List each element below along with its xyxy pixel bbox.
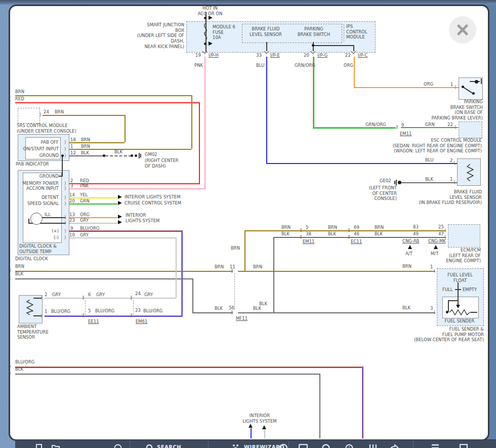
connector-ipc-link[interactable]: I/P-C <box>358 53 367 58</box>
ecm-p49: 49 <box>413 231 419 237</box>
clock-minus-pin: 10 <box>69 232 75 238</box>
wire-blk-row6 <box>15 374 319 375</box>
pbs-pin: 1 <box>450 82 453 88</box>
bfls-wire1: BLK <box>425 177 433 182</box>
float-arrow <box>456 305 460 308</box>
fuel-sender-label: FUEL SENDER <box>441 318 478 324</box>
pin-19: 19 <box>195 53 201 58</box>
connector-em61-link[interactable]: EM61 <box>136 319 148 324</box>
clock-spd-wire: GRN <box>80 198 90 204</box>
pin-arc: ) <box>39 112 40 117</box>
wire-gry-bottom <box>264 430 265 438</box>
mid-blk-left: BLK <box>215 306 223 311</box>
wire-bluorg-v <box>181 230 183 316</box>
mid-brn-left: BRN <box>215 264 224 270</box>
mid-c11: 11 <box>230 264 235 270</box>
wire-blk-ge02 <box>401 182 457 183</box>
inline-connector: )( <box>396 125 397 130</box>
row4-wire: BLK <box>15 271 23 277</box>
sliders-icon[interactable] <box>368 444 377 448</box>
pin-arc: ( <box>454 125 456 130</box>
close-button[interactable] <box>449 16 476 44</box>
pin-arc: ) <box>64 195 65 200</box>
share-icon[interactable] <box>390 444 399 448</box>
mid-blk-right: BLK <box>253 306 261 311</box>
toolbar-divider <box>288 441 289 448</box>
fuel-pin1-label: 1 <box>430 264 433 270</box>
wire-blu-bottom <box>251 428 252 438</box>
circle-tool-icon[interactable] <box>322 444 330 448</box>
wire-org-h <box>354 87 459 88</box>
wire-label-grnorg: GRN/ORG <box>295 63 315 68</box>
ips-divider <box>344 24 344 42</box>
rectangle-tool-icon[interactable] <box>299 444 308 448</box>
switch-ground-dot <box>475 80 478 84</box>
wire-label-pnk: PNK <box>194 63 203 68</box>
pab-ground-pin: 12 <box>70 150 76 156</box>
clock-ground-label: GROUND <box>15 174 59 179</box>
wire-yel-det <box>69 197 117 198</box>
close-icon <box>457 24 469 36</box>
connector-ee11-link[interactable]: EE11 <box>88 319 99 324</box>
pin-arc: ( <box>434 269 435 273</box>
search-icon[interactable] <box>146 444 154 448</box>
junction-dot <box>103 154 105 157</box>
ecm-p25: 25 <box>438 224 444 230</box>
paw-icon[interactable] <box>232 444 241 448</box>
connector-ipg-link[interactable]: I/P-G <box>317 53 327 58</box>
clock-ill-wire-a: ORG <box>80 212 90 218</box>
pin-arc: ) <box>64 229 65 233</box>
pin-arc: ) <box>40 314 42 318</box>
folder-icon[interactable] <box>52 444 60 448</box>
connector-em11-link[interactable]: EM11 <box>400 131 412 137</box>
row5-num: 5 <box>8 363 11 369</box>
ge02-ground-bar2 <box>394 181 395 184</box>
pin-arc: ) <box>64 186 65 191</box>
toolbar-divider <box>413 441 414 448</box>
switch-ground-bar <box>481 78 482 84</box>
clock-ill-pin-a: 13 <box>69 212 75 218</box>
connector-mf11-link[interactable]: MF11 <box>236 316 247 321</box>
junction-dot <box>312 44 314 47</box>
junction-dot <box>204 17 206 19</box>
list-icon[interactable] <box>431 444 439 448</box>
pab-off-label: PAB OFF <box>15 140 59 145</box>
row5-wire: BLU/ORG <box>15 359 34 365</box>
connector-cngmk-link[interactable]: CNG-MK <box>428 238 446 244</box>
esc-pin: 22 <box>447 122 453 128</box>
connector-cngab-link[interactable]: CNG-AB <box>402 238 419 244</box>
clock-plus-pin: 9 <box>70 226 73 231</box>
window-icon[interactable] <box>460 444 468 448</box>
fuel-full-label: FULL <box>442 287 453 293</box>
undo-icon[interactable] <box>278 444 287 448</box>
interior-arrow-b <box>262 425 266 429</box>
wire-pnk-acc <box>69 188 205 189</box>
clock-ill-pin-b: 23 <box>69 218 75 223</box>
inline-connector: )( <box>82 313 84 318</box>
info-icon[interactable] <box>345 444 353 448</box>
fuel-float-label: FUEL LEVEL FLOAT <box>442 272 478 283</box>
connector-ipe-link[interactable]: I/P-E <box>270 53 280 58</box>
ecm-p5: 5 <box>306 225 308 230</box>
pab-ground-label: GROUND <box>15 153 59 158</box>
pin-arc: ) <box>64 147 65 151</box>
gm02-ground-bar <box>139 153 140 158</box>
pin-arc: ) <box>64 201 65 206</box>
connector-ec11-link[interactable]: EC11 <box>351 239 362 245</box>
search-button[interactable]: SEARCH <box>157 444 181 448</box>
connector-iph-link[interactable]: I/P-H <box>209 53 219 58</box>
connector-em11-link2[interactable]: EM11 <box>303 239 315 245</box>
bfls-wire2: BLU <box>425 157 433 163</box>
sjb-label: SMART JUNCTION BOX (UNDER LEFT SIDE OF D… <box>125 22 184 49</box>
wire-gry-v <box>176 237 177 298</box>
mid-brn-v-label: BRN <box>231 246 240 251</box>
bookmark-icon[interactable] <box>35 444 43 448</box>
ecm-brn1: BRN <box>281 225 291 230</box>
clock-ground-stub <box>59 176 63 177</box>
wire-red-v <box>199 102 200 183</box>
ecm-p38: 38 <box>306 231 311 237</box>
help-circle-icon[interactable] <box>114 444 122 448</box>
fuel-brn-label: BRN <box>402 264 411 269</box>
hot-in-label: HOT IN ACC OR ON <box>194 6 226 16</box>
gm02-label: GM02 <box>145 152 157 157</box>
